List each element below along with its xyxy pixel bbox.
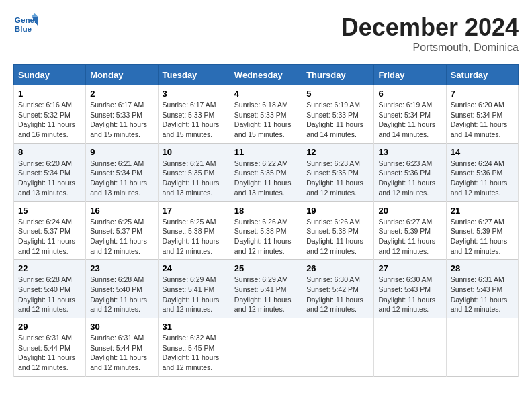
- day-number: 21: [451, 205, 514, 216]
- day-info: Sunrise: 6:26 AM Sunset: 5:38 PM Dayligh…: [234, 218, 292, 255]
- calendar-cell: 28 Sunrise: 6:31 AM Sunset: 5:43 PM Dayl…: [446, 260, 518, 318]
- calendar-cell: 4 Sunrise: 6:18 AM Sunset: 5:33 PM Dayli…: [230, 85, 302, 144]
- calendar-table: SundayMondayTuesdayWednesdayThursdayFrid…: [13, 64, 519, 377]
- day-number: 2: [90, 89, 153, 99]
- day-info: Sunrise: 6:25 AM Sunset: 5:38 PM Dayligh…: [163, 218, 220, 255]
- day-info: Sunrise: 6:18 AM Sunset: 5:33 PM Dayligh…: [234, 101, 292, 138]
- page-header: General Blue December 2024 Portsmouth, D…: [13, 13, 519, 54]
- day-info: Sunrise: 6:23 AM Sunset: 5:35 PM Dayligh…: [306, 159, 363, 197]
- day-number: 18: [234, 205, 298, 216]
- calendar-cell: [230, 318, 302, 377]
- weekday-header-tuesday: Tuesday: [158, 65, 230, 85]
- day-info: Sunrise: 6:30 AM Sunset: 5:42 PM Dayligh…: [306, 275, 363, 313]
- calendar-week-row: 1 Sunrise: 6:16 AM Sunset: 5:32 PM Dayli…: [14, 85, 519, 144]
- day-info: Sunrise: 6:32 AM Sunset: 5:45 PM Dayligh…: [163, 334, 220, 371]
- day-info: Sunrise: 6:23 AM Sunset: 5:36 PM Dayligh…: [378, 159, 435, 197]
- calendar-cell: 21 Sunrise: 6:27 AM Sunset: 5:39 PM Dayl…: [446, 201, 518, 260]
- logo-icon: General Blue: [13, 13, 38, 38]
- day-info: Sunrise: 6:27 AM Sunset: 5:39 PM Dayligh…: [378, 218, 435, 255]
- calendar-cell: 3 Sunrise: 6:17 AM Sunset: 5:33 PM Dayli…: [158, 85, 230, 144]
- day-number: 13: [378, 147, 441, 157]
- calendar-cell: 2 Sunrise: 6:17 AM Sunset: 5:33 PM Dayli…: [86, 85, 158, 144]
- day-number: 25: [234, 263, 298, 273]
- day-info: Sunrise: 6:17 AM Sunset: 5:33 PM Dayligh…: [90, 101, 147, 138]
- svg-text:Blue: Blue: [15, 24, 32, 33]
- day-info: Sunrise: 6:19 AM Sunset: 5:34 PM Dayligh…: [378, 101, 435, 138]
- calendar-cell: 31 Sunrise: 6:32 AM Sunset: 5:45 PM Dayl…: [158, 318, 230, 377]
- day-info: Sunrise: 6:24 AM Sunset: 5:36 PM Dayligh…: [451, 159, 508, 197]
- day-number: 8: [18, 147, 81, 157]
- day-info: Sunrise: 6:28 AM Sunset: 5:40 PM Dayligh…: [90, 275, 147, 313]
- day-number: 30: [90, 322, 153, 332]
- calendar-cell: 12 Sunrise: 6:23 AM Sunset: 5:35 PM Dayl…: [302, 143, 374, 201]
- day-number: 17: [163, 205, 226, 216]
- calendar-week-row: 8 Sunrise: 6:20 AM Sunset: 5:34 PM Dayli…: [14, 143, 519, 201]
- calendar-cell: 14 Sunrise: 6:24 AM Sunset: 5:36 PM Dayl…: [446, 143, 518, 201]
- calendar-header: SundayMondayTuesdayWednesdayThursdayFrid…: [14, 65, 519, 85]
- day-info: Sunrise: 6:24 AM Sunset: 5:37 PM Dayligh…: [18, 218, 75, 255]
- day-info: Sunrise: 6:31 AM Sunset: 5:44 PM Dayligh…: [90, 334, 147, 371]
- day-number: 23: [90, 263, 153, 273]
- day-info: Sunrise: 6:29 AM Sunset: 5:41 PM Dayligh…: [234, 275, 292, 313]
- calendar-cell: 7 Sunrise: 6:20 AM Sunset: 5:34 PM Dayli…: [446, 85, 518, 144]
- day-number: 15: [18, 205, 81, 216]
- day-info: Sunrise: 6:29 AM Sunset: 5:41 PM Dayligh…: [163, 275, 220, 313]
- day-number: 1: [18, 89, 81, 99]
- calendar-cell: [302, 318, 374, 377]
- calendar-cell: [446, 318, 518, 377]
- calendar-body: 1 Sunrise: 6:16 AM Sunset: 5:32 PM Dayli…: [14, 85, 519, 377]
- day-info: Sunrise: 6:31 AM Sunset: 5:44 PM Dayligh…: [18, 334, 75, 371]
- day-info: Sunrise: 6:17 AM Sunset: 5:33 PM Dayligh…: [163, 101, 220, 138]
- day-number: 5: [306, 89, 369, 99]
- day-info: Sunrise: 6:21 AM Sunset: 5:35 PM Dayligh…: [163, 159, 220, 197]
- calendar-cell: 15 Sunrise: 6:24 AM Sunset: 5:37 PM Dayl…: [14, 201, 86, 260]
- calendar-cell: 20 Sunrise: 6:27 AM Sunset: 5:39 PM Dayl…: [374, 201, 446, 260]
- calendar-cell: 16 Sunrise: 6:25 AM Sunset: 5:37 PM Dayl…: [86, 201, 158, 260]
- calendar-cell: [374, 318, 446, 377]
- day-number: 20: [378, 205, 441, 216]
- weekday-header-thursday: Thursday: [302, 65, 374, 85]
- weekday-header-wednesday: Wednesday: [230, 65, 302, 85]
- day-info: Sunrise: 6:21 AM Sunset: 5:34 PM Dayligh…: [90, 159, 147, 197]
- weekday-header-row: SundayMondayTuesdayWednesdayThursdayFrid…: [14, 65, 519, 85]
- calendar-cell: 1 Sunrise: 6:16 AM Sunset: 5:32 PM Dayli…: [14, 85, 86, 144]
- logo: General Blue: [13, 13, 40, 38]
- calendar-cell: 26 Sunrise: 6:30 AM Sunset: 5:42 PM Dayl…: [302, 260, 374, 318]
- day-number: 22: [18, 263, 81, 273]
- day-number: 9: [90, 147, 153, 157]
- weekday-header-friday: Friday: [374, 65, 446, 85]
- weekday-header-monday: Monday: [86, 65, 158, 85]
- day-number: 28: [451, 263, 514, 273]
- day-info: Sunrise: 6:25 AM Sunset: 5:37 PM Dayligh…: [90, 218, 147, 255]
- day-number: 14: [451, 147, 514, 157]
- day-number: 19: [306, 205, 369, 216]
- calendar-cell: 11 Sunrise: 6:22 AM Sunset: 5:35 PM Dayl…: [230, 143, 302, 201]
- calendar-cell: 6 Sunrise: 6:19 AM Sunset: 5:34 PM Dayli…: [374, 85, 446, 144]
- location-label: Portsmouth, Dominica: [341, 42, 519, 54]
- day-info: Sunrise: 6:26 AM Sunset: 5:38 PM Dayligh…: [306, 218, 363, 255]
- calendar-cell: 13 Sunrise: 6:23 AM Sunset: 5:36 PM Dayl…: [374, 143, 446, 201]
- title-block: December 2024 Portsmouth, Dominica: [341, 13, 519, 54]
- day-info: Sunrise: 6:16 AM Sunset: 5:32 PM Dayligh…: [18, 101, 75, 138]
- day-number: 26: [306, 263, 369, 273]
- day-info: Sunrise: 6:20 AM Sunset: 5:34 PM Dayligh…: [18, 159, 75, 197]
- day-number: 6: [378, 89, 441, 99]
- calendar-cell: 23 Sunrise: 6:28 AM Sunset: 5:40 PM Dayl…: [86, 260, 158, 318]
- day-number: 16: [90, 205, 153, 216]
- weekday-header-sunday: Sunday: [14, 65, 86, 85]
- day-number: 4: [234, 89, 298, 99]
- calendar-cell: 30 Sunrise: 6:31 AM Sunset: 5:44 PM Dayl…: [86, 318, 158, 377]
- calendar-cell: 18 Sunrise: 6:26 AM Sunset: 5:38 PM Dayl…: [230, 201, 302, 260]
- day-number: 12: [306, 147, 369, 157]
- weekday-header-saturday: Saturday: [446, 65, 518, 85]
- calendar-week-row: 15 Sunrise: 6:24 AM Sunset: 5:37 PM Dayl…: [14, 201, 519, 260]
- day-number: 11: [234, 147, 298, 157]
- day-info: Sunrise: 6:31 AM Sunset: 5:43 PM Dayligh…: [451, 275, 508, 313]
- day-info: Sunrise: 6:27 AM Sunset: 5:39 PM Dayligh…: [451, 218, 508, 255]
- calendar-cell: 24 Sunrise: 6:29 AM Sunset: 5:41 PM Dayl…: [158, 260, 230, 318]
- calendar-week-row: 22 Sunrise: 6:28 AM Sunset: 5:40 PM Dayl…: [14, 260, 519, 318]
- calendar-week-row: 29 Sunrise: 6:31 AM Sunset: 5:44 PM Dayl…: [14, 318, 519, 377]
- calendar-cell: 9 Sunrise: 6:21 AM Sunset: 5:34 PM Dayli…: [86, 143, 158, 201]
- calendar-cell: 8 Sunrise: 6:20 AM Sunset: 5:34 PM Dayli…: [14, 143, 86, 201]
- day-info: Sunrise: 6:30 AM Sunset: 5:43 PM Dayligh…: [378, 275, 435, 313]
